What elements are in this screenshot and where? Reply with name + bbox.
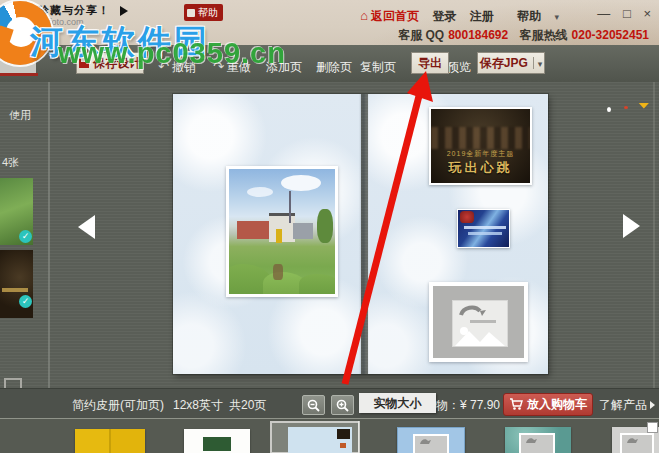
empty-slot-background (433, 286, 524, 358)
customer-service-bar: 客服 QQ800184692 客服热线020-32052451 (398, 27, 649, 44)
zoom-out-icon (307, 399, 320, 412)
poster-subtitle: 2019全新年度主题 (431, 149, 530, 159)
maximize-button[interactable]: □ (623, 6, 631, 21)
thumb-title-bar (2, 288, 28, 292)
home-icon: ⌂ (360, 8, 368, 23)
thumbnail-page[interactable] (505, 427, 571, 453)
product-size: 12x8英寸 (173, 397, 223, 414)
play-triangle-icon (120, 6, 128, 16)
zoom-in-icon (336, 399, 349, 412)
previous-page-arrow[interactable] (78, 215, 95, 239)
nav-login-link[interactable]: 登录 (432, 9, 456, 23)
button-divider (533, 57, 534, 69)
thumbnail-cover[interactable] (75, 429, 145, 453)
poster-title: 玩出心跳 (431, 159, 530, 177)
thumbnail-page[interactable] (612, 427, 659, 453)
save-design-button[interactable]: 保存设计 (76, 52, 144, 74)
help-badge-icon (187, 9, 195, 17)
empty-photo-slot[interactable] (429, 282, 528, 362)
mini-spread-preview (288, 427, 352, 453)
thumb-placeholder (620, 433, 654, 453)
thumbnail-current-selected[interactable] (270, 421, 360, 453)
right-edge-line (653, 82, 655, 388)
undo-button[interactable]: ↶撤销 (158, 59, 196, 76)
price-value: ¥ 77.90 (460, 398, 500, 412)
editor-toolbar: 保存设计 ↶撤销 ↷重做 添加页 删除页 复制页 预览 分享 (0, 45, 659, 83)
chevron-down-icon[interactable]: ▾ (538, 59, 543, 69)
sidebar-photo-thumbnail[interactable]: ✓ (0, 178, 33, 245)
window-controls: — □ × (588, 6, 651, 21)
next-page-arrow[interactable] (623, 214, 640, 238)
sidebar-photo-count: 4张 (2, 155, 19, 170)
page-count: 共20页 (229, 397, 266, 414)
redo-button[interactable]: ↷重做 (213, 59, 251, 76)
mini-poster (337, 429, 350, 439)
delete-page-button[interactable]: 删除页 (316, 59, 352, 76)
sidebar-tab-underline (0, 73, 38, 76)
top-navigation: ⌂返回首页 登录 注册 帮助 ▾ (350, 8, 559, 25)
sidebar-tab[interactable] (0, 58, 36, 74)
photo-slot-game-poster[interactable]: 2019全新年度主题 玩出心跳 (429, 107, 532, 185)
thumbnail-page[interactable] (397, 427, 465, 453)
arrow-right-icon (650, 401, 655, 409)
nav-home-link[interactable]: 返回首页 (371, 9, 419, 23)
page-thumbnail-strip (0, 418, 659, 453)
product-info-bar: 简约皮册(可加页) 12x8英寸 共20页 实物：¥ 77.90 实物大小 放入… (0, 388, 659, 419)
help-badge-button[interactable]: 帮助 (184, 4, 223, 21)
mini-poster2 (340, 443, 346, 448)
actual-size-button[interactable]: 实物大小 (359, 393, 436, 413)
save-icon (79, 58, 89, 68)
add-to-cart-button[interactable]: 放入购物车 (503, 393, 593, 416)
photo-slot-blue-poster[interactable] (457, 209, 510, 248)
redo-icon: ↷ (213, 59, 224, 74)
minimize-button[interactable]: — (597, 6, 610, 21)
book-spread: 2019全新年度主题 玩出心跳 (173, 94, 548, 374)
app-tagline: 图片珍藏与分享！ (14, 3, 110, 18)
zoom-out-button[interactable] (302, 395, 325, 415)
copy-page-button[interactable]: 复制页 (360, 59, 396, 76)
cart-icon (509, 398, 523, 411)
export-button[interactable]: 导出 (411, 52, 449, 74)
thumb-corner-box (647, 422, 658, 433)
thumb-placeholder (413, 434, 449, 453)
nav-register-link[interactable]: 注册 (470, 9, 494, 23)
thumbnail-page[interactable] (184, 429, 250, 453)
editor-canvas: 使用 4张 ✓ ✓ (0, 82, 659, 388)
app-header: 图片珍藏与分享！ www.ikefoto.com 帮助 ⌂返回首页 登录 注册 … (0, 0, 659, 45)
thumb-placeholder (519, 433, 555, 453)
sidebar-used-label: 使用 (9, 108, 31, 123)
close-button[interactable]: × (643, 6, 651, 21)
sidebar-divider (48, 82, 50, 388)
used-check-icon: ✓ (19, 230, 32, 243)
book-spine (359, 94, 370, 374)
save-jpg-button[interactable]: 保存JPG▾ (477, 52, 545, 74)
blue-poster-photo (458, 210, 509, 247)
used-check-icon: ✓ (19, 295, 32, 308)
learn-more-link[interactable]: 了解产品 (599, 397, 655, 414)
photo-slot-landscape[interactable] (226, 166, 338, 297)
qq-number: 800184692 (448, 28, 508, 42)
thumb-photo (203, 437, 231, 451)
game-poster-photo: 2019全新年度主题 玩出心跳 (431, 109, 530, 183)
hotline-number: 020-32052451 (572, 28, 649, 42)
product-name: 简约皮册(可加页) (72, 397, 164, 414)
hotline-label: 客服热线 (520, 28, 568, 42)
nav-help-menu[interactable]: 帮助 ▾ (507, 9, 559, 23)
sidebar-photo-thumbnail[interactable]: ✓ (0, 250, 33, 318)
chevron-down-icon: ▾ (554, 12, 559, 22)
undo-icon: ↶ (158, 59, 169, 74)
preview-button[interactable]: 预览 (447, 59, 471, 76)
landscape-photo (229, 169, 335, 294)
zoom-in-button[interactable] (331, 395, 354, 415)
strip-divider (358, 421, 359, 453)
drag-photo-placeholder-icon (452, 300, 508, 347)
add-page-button[interactable]: 添加页 (266, 59, 302, 76)
app-url: www.ikefoto.com (16, 17, 84, 27)
qq-label: 客服 QQ (398, 28, 444, 42)
